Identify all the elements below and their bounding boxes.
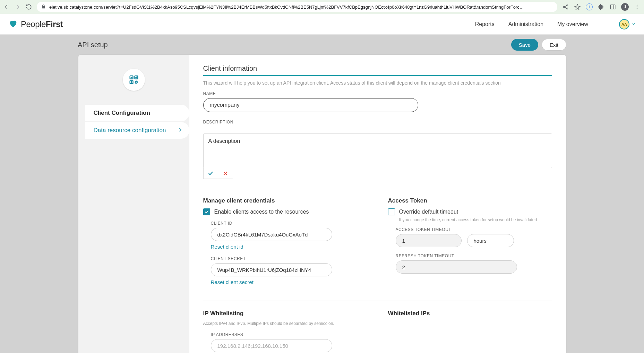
section-title-credentials: Manage client credentials (203, 197, 367, 204)
ip-addresses-label: IP ADDRESSES (211, 332, 367, 337)
chevron-right-icon (178, 127, 182, 134)
url-bar[interactable]: eletive.sb.catalystone.com/servlet?t=U2F… (37, 2, 557, 12)
access-token-timeout-value[interactable] (396, 234, 462, 247)
svg-point-6 (637, 7, 638, 8)
info-extension-icon[interactable]: i (586, 3, 593, 10)
section-title-access-token: Access Token (388, 197, 552, 204)
description-label: DESCRIPTION (203, 120, 552, 124)
svg-point-5 (637, 5, 638, 6)
confirm-description-button[interactable] (204, 168, 218, 179)
reset-client-id-link[interactable]: Reset client id (211, 244, 243, 250)
client-secret-field[interactable] (211, 263, 332, 276)
browser-toolbar: eletive.sb.catalystone.com/servlet?t=U2F… (0, 0, 644, 14)
override-timeout-label: Override default timeout (399, 209, 458, 215)
override-timeout-checkbox[interactable] (388, 208, 395, 215)
section-title-client-info: Client information (203, 64, 552, 76)
section-title-whitelisted-ips: Whitelisted IPs (388, 310, 552, 317)
ip-help: Accepts IPv4 and IPv6. Multiple IPs shou… (203, 321, 367, 326)
sidebar: Client Configuration Data resource confi… (78, 55, 189, 353)
chrome-actions: i J (562, 3, 641, 11)
description-input[interactable]: A description (203, 134, 552, 168)
client-id-field[interactable] (211, 228, 332, 241)
brand-logo[interactable]: PeopleFirst (8, 19, 63, 30)
content-area: Client information This wizard will help… (189, 55, 566, 353)
exit-button[interactable]: Exit (542, 39, 566, 51)
svg-point-14 (135, 81, 137, 83)
enable-access-checkbox[interactable] (203, 208, 210, 215)
divider (203, 188, 552, 188)
lock-icon (41, 4, 46, 10)
svg-point-10 (136, 77, 137, 78)
save-button[interactable]: Save (511, 39, 538, 51)
header-nav: Reports Administration My overview AA (475, 18, 636, 31)
star-icon[interactable] (574, 3, 581, 10)
nav-overview[interactable]: My overview (557, 21, 588, 27)
refresh-token-timeout-value[interactable] (396, 260, 517, 274)
sidebar-item-label: Data resource configuration (94, 127, 166, 134)
extensions-icon[interactable] (598, 3, 604, 10)
name-input[interactable] (203, 98, 418, 112)
access-token-timeout-unit[interactable] (467, 234, 514, 247)
refresh-token-timeout-label: REFRESH TOKEN TIMEOUT (396, 253, 552, 258)
user-avatar: AA (619, 19, 629, 29)
cancel-description-button[interactable] (218, 168, 233, 179)
brand-name: PeopleFirst (21, 19, 63, 29)
reload-icon[interactable] (26, 4, 32, 10)
enable-access-label: Enable clients access to the resources (214, 209, 309, 215)
sidebar-item-label: Client Configuration (94, 110, 150, 117)
section-title-ip-whitelisting: IP Whitelisting (203, 310, 367, 317)
svg-point-7 (637, 8, 638, 9)
chevron-down-icon (632, 21, 636, 27)
sidebar-item-client-config[interactable]: Client Configuration (85, 105, 189, 121)
svg-rect-3 (610, 5, 615, 9)
share-icon[interactable] (562, 3, 569, 10)
divider (203, 301, 552, 301)
heart-icon (8, 19, 18, 30)
reset-client-secret-link[interactable]: Reset client secret (211, 279, 254, 285)
panel-icon[interactable] (609, 3, 616, 10)
setup-icon (123, 69, 145, 91)
nav-reports[interactable]: Reports (475, 21, 495, 27)
page-title: API setup (78, 41, 108, 49)
main-panel: Client Configuration Data resource confi… (78, 55, 566, 353)
user-menu[interactable]: AA (609, 18, 636, 31)
client-secret-label: CLIENT SECRET (211, 256, 367, 261)
name-label: NAME (203, 91, 552, 96)
page-subheader: API setup Save Exit (0, 35, 644, 55)
forward-icon[interactable] (15, 4, 21, 10)
client-id-label: CLIENT ID (211, 221, 367, 226)
url-text: eletive.sb.catalystone.com/servlet?t=U2F… (49, 5, 553, 10)
sidebar-item-data-resource[interactable]: Data resource configuration (85, 122, 189, 139)
access-token-timeout-label: ACCESS TOKEN TIMEOUT (396, 227, 552, 232)
client-info-help: This wizard will help you to set up an A… (203, 80, 552, 86)
override-timeout-help: If you change the time, current access t… (399, 217, 552, 222)
kebab-menu-icon[interactable] (634, 3, 641, 10)
nav-administration[interactable]: Administration (508, 21, 543, 27)
back-icon[interactable] (3, 4, 10, 10)
ip-addresses-input[interactable] (211, 339, 332, 352)
description-actions (203, 168, 233, 179)
app-header: PeopleFirst Reports Administration My ov… (0, 14, 644, 35)
profile-avatar-icon[interactable]: J (621, 3, 629, 11)
